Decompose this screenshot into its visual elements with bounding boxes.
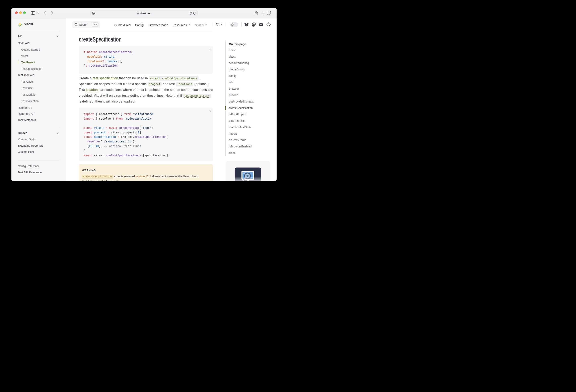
svg-text:A: A xyxy=(190,12,191,14)
